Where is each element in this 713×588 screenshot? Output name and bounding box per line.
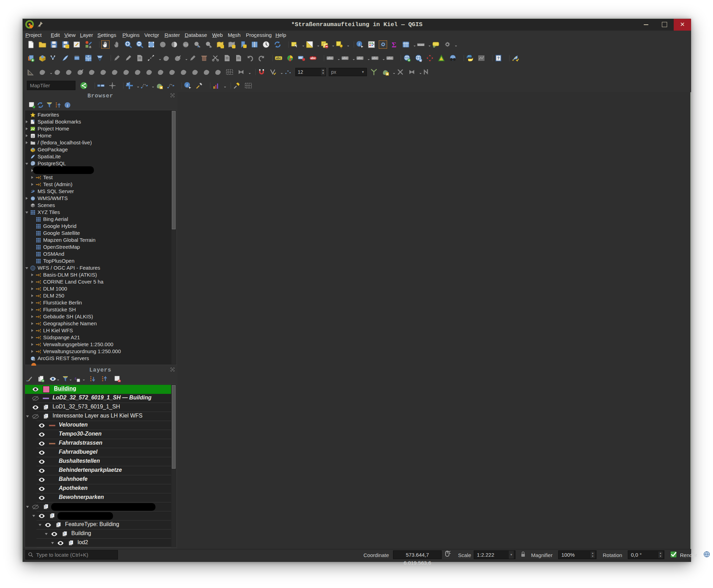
svg-text:1:1: 1:1 xyxy=(184,43,188,46)
svg-text:i: i xyxy=(186,83,187,88)
svg-text:q: q xyxy=(420,59,422,62)
svg-text:Σ: Σ xyxy=(392,41,396,49)
svg-text:abc: abc xyxy=(387,56,393,60)
svg-text:ab: ab xyxy=(299,56,302,59)
svg-text:abc: abc xyxy=(327,56,333,60)
svg-text:i: i xyxy=(67,103,68,108)
svg-text:abc: abc xyxy=(342,56,348,60)
svg-text:abc: abc xyxy=(311,56,316,60)
svg-text:abc: abc xyxy=(276,56,281,60)
svg-text:a: a xyxy=(89,45,91,49)
svg-text:?: ? xyxy=(497,56,500,60)
svg-text:abc: abc xyxy=(357,56,363,60)
svg-text:i: i xyxy=(359,42,360,47)
svg-text:abc: abc xyxy=(372,56,378,60)
svg-text:ε: ε xyxy=(75,376,77,381)
